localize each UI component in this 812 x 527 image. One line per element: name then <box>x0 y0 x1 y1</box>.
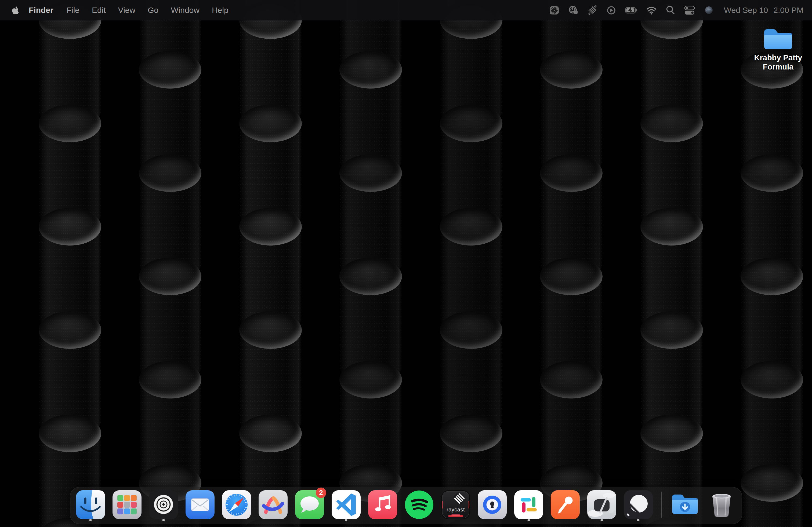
messages-unread-badge: 2 <box>316 487 326 498</box>
dock-item-safari[interactable] <box>221 490 251 521</box>
apple-menu-icon[interactable] <box>12 6 19 15</box>
dock-item-apple-music[interactable] <box>367 490 398 521</box>
dock-item-finder[interactable] <box>75 490 105 521</box>
menu-edit[interactable]: Edit <box>86 6 112 15</box>
dock-divider <box>661 492 662 518</box>
play-circle-icon[interactable] <box>606 5 616 15</box>
striped-badge-icon[interactable] <box>587 5 597 15</box>
dock-item-launchpad[interactable] <box>112 490 142 521</box>
menu-window[interactable]: Window <box>164 6 206 15</box>
launchpad-icon <box>112 490 142 520</box>
burst-app-icon[interactable] <box>549 5 559 15</box>
dock-item-trash[interactable] <box>707 490 737 521</box>
dock-item-1password[interactable] <box>477 490 507 521</box>
menu-bar: Finder File Edit View Go Window Help <box>0 0 812 20</box>
mail-icon <box>185 490 215 520</box>
linear-icon <box>623 490 653 520</box>
macos-desktop: { "menu_bar": { "app_name": "Finder", "m… <box>0 0 812 527</box>
dock-item-dia[interactable] <box>587 490 617 521</box>
running-indicator <box>601 519 603 521</box>
dock-item-spotify[interactable] <box>404 490 434 521</box>
apple-music-icon <box>367 490 398 520</box>
trash-icon <box>707 490 737 520</box>
siri-icon[interactable] <box>704 5 714 15</box>
dock-item-linear[interactable] <box>623 490 653 521</box>
dock-item-arc-browser[interactable] <box>258 490 288 521</box>
control-center-icon[interactable] <box>684 5 695 15</box>
menu-bar-status-area: Wed Sep 10 2:00 PM <box>549 5 803 15</box>
finder-icon <box>75 490 105 520</box>
running-indicator <box>162 519 165 521</box>
vscode-icon <box>331 490 361 520</box>
safari-icon <box>221 490 251 520</box>
raycast-label: raycast <box>441 507 471 513</box>
dock-item-vscode[interactable] <box>331 490 361 521</box>
raycast-icon <box>441 490 471 520</box>
running-indicator <box>89 519 92 521</box>
arc-browser-icon <box>258 490 288 520</box>
dock-item-slack[interactable] <box>514 490 544 521</box>
concentric-rings-icon <box>148 490 178 520</box>
running-indicator <box>528 519 530 521</box>
spotify-icon <box>404 490 434 520</box>
menu-bar-time: 2:00 PM <box>773 6 803 15</box>
spotlight-search-icon[interactable] <box>666 5 675 15</box>
battery-charging-icon[interactable] <box>625 5 637 15</box>
dock: 2 <box>70 487 742 524</box>
dock-item-mail[interactable] <box>185 490 215 521</box>
running-indicator <box>345 519 347 521</box>
1password-icon <box>477 490 507 520</box>
menu-bar-clock[interactable]: Wed Sep 10 2:00 PM <box>724 6 803 15</box>
slack-icon <box>514 490 544 520</box>
dock-item-messages[interactable]: 2 <box>294 490 325 521</box>
postman-icon <box>550 490 580 520</box>
power-lock-icon[interactable] <box>568 5 578 15</box>
running-indicator <box>637 519 640 521</box>
dock-item-downloads-folder[interactable] <box>670 490 700 521</box>
menu-bar-date: Wed Sep 10 <box>724 6 768 15</box>
desktop-folder-krabby-patty-formula[interactable]: Krabby Patty Formula <box>751 25 806 71</box>
menu-view[interactable]: View <box>112 6 142 15</box>
desktop-wallpaper-cylinders <box>0 0 812 527</box>
dock-item-concentric-rings-app[interactable] <box>148 490 178 521</box>
dia-icon <box>587 490 617 520</box>
menu-bar-left: Finder File Edit View Go Window Help <box>12 6 235 15</box>
dock-item-postman[interactable] <box>550 490 580 521</box>
wifi-icon[interactable] <box>646 6 657 15</box>
menu-go[interactable]: Go <box>142 6 164 15</box>
active-app-menu[interactable]: Finder <box>19 6 60 15</box>
folder-icon <box>762 25 795 51</box>
downloads-folder-icon <box>670 490 700 520</box>
menu-file[interactable]: File <box>60 6 86 15</box>
dock-item-raycast[interactable]: raycast <box>441 490 471 521</box>
menu-help[interactable]: Help <box>206 6 235 15</box>
folder-label: Krabby Patty Formula <box>751 53 806 71</box>
